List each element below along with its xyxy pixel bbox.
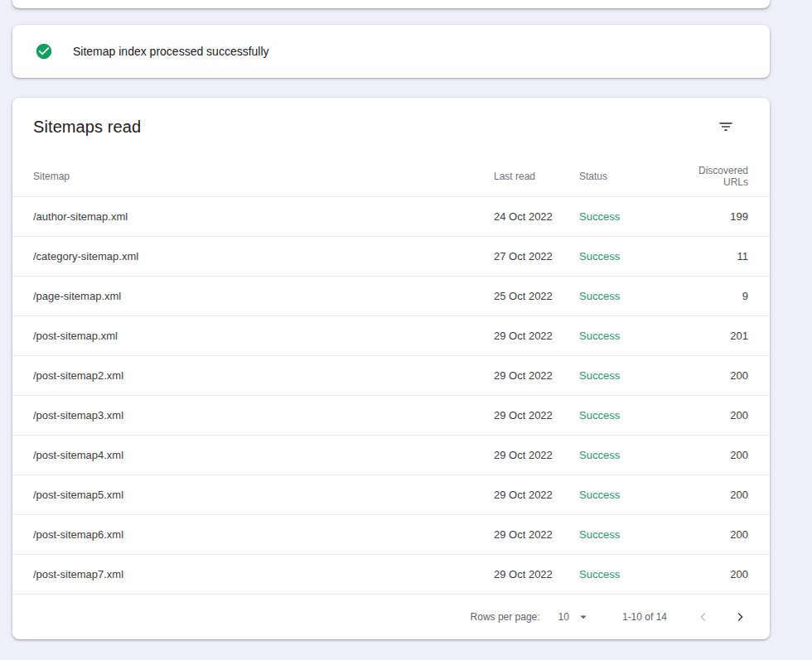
cell-last-read: 25 Oct 2022: [494, 290, 579, 302]
pagination-range: 1-10 of 14: [622, 611, 667, 623]
previous-page-button[interactable]: [695, 609, 712, 625]
filter-button[interactable]: [715, 116, 737, 137]
cell-last-read: 27 Oct 2022: [494, 250, 579, 263]
next-page-button[interactable]: [732, 609, 748, 625]
card-header: Sitemaps read: [12, 98, 770, 156]
cell-sitemap: /post-sitemap2.xml: [33, 369, 494, 382]
cell-discovered-urls: 11: [674, 250, 748, 263]
column-header-discovered-urls: Discovered URLs: [674, 165, 748, 188]
cell-status: Success: [579, 369, 674, 382]
rows-per-page-select[interactable]: 10: [558, 609, 591, 624]
cell-sitemap: /post-sitemap6.xml: [33, 528, 494, 541]
filter-list-icon: [718, 118, 734, 135]
table-row[interactable]: /post-sitemap.xml 29 Oct 2022 Success 20…: [12, 316, 770, 356]
table-row[interactable]: /post-sitemap6.xml 29 Oct 2022 Success 2…: [12, 515, 770, 555]
table-row[interactable]: /post-sitemap4.xml 29 Oct 2022 Success 2…: [12, 436, 770, 475]
check-circle-icon: [35, 42, 53, 60]
cell-last-read: 24 Oct 2022: [494, 210, 579, 223]
table-row[interactable]: /category-sitemap.xml 27 Oct 2022 Succes…: [12, 237, 770, 277]
table-row[interactable]: /author-sitemap.xml 24 Oct 2022 Success …: [12, 197, 770, 237]
column-header-sitemap: Sitemap: [33, 171, 494, 182]
cell-sitemap: /post-sitemap.xml: [33, 330, 494, 342]
sitemaps-read-card: Sitemaps read Sitemap Last read Status D…: [12, 98, 770, 639]
previous-card-bottom-edge: [12, 0, 770, 8]
rows-per-page-value: 10: [558, 611, 569, 623]
cell-sitemap: /page-sitemap.xml: [33, 290, 494, 302]
rows-per-page-label: Rows per page:: [471, 611, 540, 623]
cell-sitemap: /post-sitemap3.xml: [33, 409, 494, 422]
cell-discovered-urls: 200: [674, 369, 748, 382]
cell-last-read: 29 Oct 2022: [494, 568, 579, 581]
cell-discovered-urls: 200: [674, 449, 748, 461]
table-row[interactable]: /post-sitemap7.xml 29 Oct 2022 Success 2…: [12, 555, 770, 595]
cell-status: Success: [579, 290, 674, 302]
table-row[interactable]: /post-sitemap3.xml 29 Oct 2022 Success 2…: [12, 396, 770, 436]
table-header-row: Sitemap Last read Status Discovered URLs: [12, 156, 770, 197]
cell-last-read: 29 Oct 2022: [494, 449, 579, 461]
table-pagination: Rows per page: 10 1-10 of 14: [12, 595, 770, 638]
cell-status: Success: [579, 409, 674, 422]
cell-discovered-urls: 199: [674, 210, 748, 223]
table-row[interactable]: /page-sitemap.xml 25 Oct 2022 Success 9: [12, 277, 770, 316]
column-header-last-read: Last read: [494, 171, 579, 182]
cell-sitemap: /author-sitemap.xml: [33, 210, 494, 223]
cell-last-read: 29 Oct 2022: [494, 528, 579, 541]
cell-status: Success: [579, 449, 674, 461]
cell-status: Success: [579, 489, 674, 501]
cell-sitemap: /post-sitemap5.xml: [33, 489, 494, 501]
banner-message: Sitemap index processed successfully: [73, 45, 269, 58]
cell-sitemap: /category-sitemap.xml: [33, 250, 494, 263]
cell-status: Success: [579, 250, 674, 263]
cell-last-read: 29 Oct 2022: [494, 409, 579, 422]
cell-status: Success: [579, 528, 674, 541]
cell-discovered-urls: 200: [674, 409, 748, 422]
chevron-right-icon: [732, 609, 747, 624]
cell-discovered-urls: 9: [674, 290, 748, 302]
page-title: Sitemaps read: [33, 118, 141, 137]
cell-sitemap: /post-sitemap7.xml: [33, 568, 494, 581]
cell-status: Success: [579, 330, 674, 342]
cell-last-read: 29 Oct 2022: [494, 330, 579, 342]
chevron-left-icon: [696, 609, 711, 624]
status-banner: Sitemap index processed successfully: [12, 25, 770, 78]
table-row[interactable]: /post-sitemap5.xml 29 Oct 2022 Success 2…: [12, 475, 770, 515]
arrow-drop-down-icon: [576, 609, 591, 624]
cell-last-read: 29 Oct 2022: [494, 369, 579, 382]
cell-sitemap: /post-sitemap4.xml: [33, 449, 494, 461]
table-row[interactable]: /post-sitemap2.xml 29 Oct 2022 Success 2…: [12, 356, 770, 396]
cell-discovered-urls: 200: [674, 528, 748, 541]
cell-status: Success: [579, 210, 674, 223]
cell-discovered-urls: 200: [674, 489, 748, 501]
cell-status: Success: [579, 568, 674, 581]
cell-last-read: 29 Oct 2022: [494, 489, 579, 501]
column-header-status: Status: [579, 171, 674, 182]
cell-discovered-urls: 200: [674, 568, 748, 581]
cell-discovered-urls: 201: [674, 330, 748, 342]
